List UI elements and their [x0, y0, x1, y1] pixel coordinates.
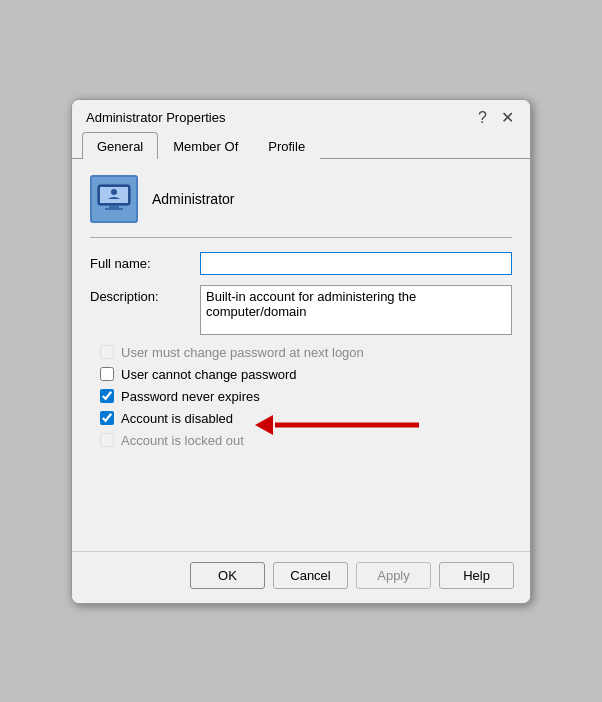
checkboxes-section: User must change password at next logon … — [100, 345, 512, 448]
full-name-label: Full name: — [90, 252, 200, 271]
checkbox-row-4-container: Account is disabled — [100, 411, 512, 426]
cancel-button[interactable]: Cancel — [273, 562, 348, 589]
avatar — [90, 175, 138, 223]
tab-general[interactable]: General — [82, 132, 158, 159]
checkbox-row-2: User cannot change password — [100, 367, 512, 382]
apply-button[interactable]: Apply — [356, 562, 431, 589]
dialog-title: Administrator Properties — [86, 110, 225, 125]
description-label: Description: — [90, 285, 200, 304]
content-spacer — [90, 455, 512, 535]
help-button[interactable]: ? — [474, 110, 491, 126]
checkbox-row-5: Account is locked out — [100, 433, 512, 448]
help-dialog-button[interactable]: Help — [439, 562, 514, 589]
checkbox-row-4: Account is disabled — [100, 411, 512, 426]
full-name-row: Full name: — [90, 252, 512, 275]
title-bar-controls: ? ✕ — [474, 110, 518, 126]
svg-rect-4 — [105, 208, 123, 210]
checkbox-account-disabled-label: Account is disabled — [121, 411, 233, 426]
tab-profile[interactable]: Profile — [253, 132, 320, 159]
checkbox-account-locked-out-label: Account is locked out — [121, 433, 244, 448]
tab-bar: General Member Of Profile — [72, 132, 530, 159]
user-header: Administrator — [90, 175, 512, 223]
checkbox-account-disabled[interactable] — [100, 411, 114, 425]
dialog-window: Administrator Properties ? ✕ General Mem… — [71, 99, 531, 604]
title-bar: Administrator Properties ? ✕ — [72, 100, 530, 132]
ok-button[interactable]: OK — [190, 562, 265, 589]
button-bar: OK Cancel Apply Help — [72, 551, 530, 603]
checkbox-account-locked-out[interactable] — [100, 433, 114, 447]
svg-rect-3 — [109, 205, 119, 208]
close-button[interactable]: ✕ — [497, 110, 518, 126]
divider — [90, 237, 512, 238]
checkbox-must-change-password[interactable] — [100, 345, 114, 359]
svg-point-5 — [111, 189, 117, 195]
description-row: Description: Built-in account for admini… — [90, 285, 512, 335]
tab-content: Administrator Full name: Description: Bu… — [72, 159, 530, 551]
checkbox-row-1: User must change password at next logon — [100, 345, 512, 360]
description-input[interactable]: Built-in account for administering the c… — [200, 285, 512, 335]
checkbox-cannot-change-password-label: User cannot change password — [121, 367, 297, 382]
checkbox-row-3: Password never expires — [100, 389, 512, 404]
checkbox-must-change-password-label: User must change password at next logon — [121, 345, 364, 360]
checkbox-cannot-change-password[interactable] — [100, 367, 114, 381]
checkbox-password-never-expires-label: Password never expires — [121, 389, 260, 404]
checkbox-password-never-expires[interactable] — [100, 389, 114, 403]
tab-member-of[interactable]: Member Of — [158, 132, 253, 159]
full-name-input[interactable] — [200, 252, 512, 275]
user-name: Administrator — [152, 191, 234, 207]
